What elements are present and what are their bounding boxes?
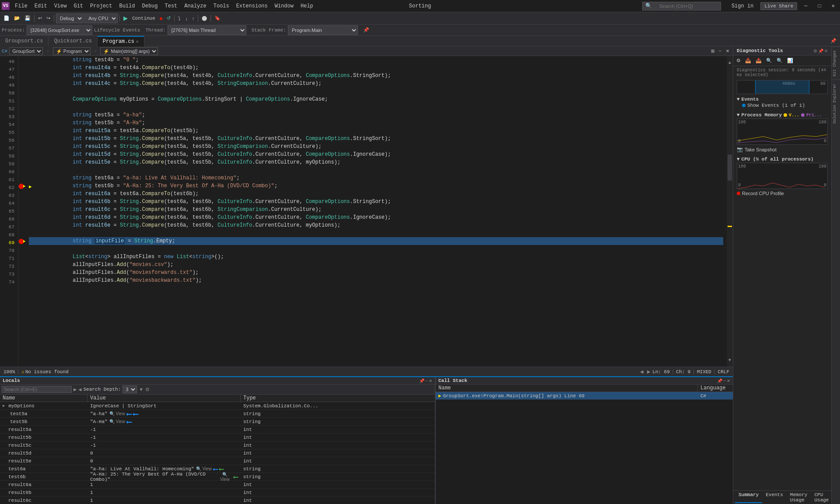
scroll-up[interactable]: ▲: [727, 56, 733, 69]
show-events-label[interactable]: Show Events (1 of 1): [747, 103, 805, 108]
bp-line-62[interactable]: ⬤ ▶: [18, 182, 25, 190]
step-over[interactable]: ⤵: [176, 15, 182, 22]
tab-program[interactable]: Program.cs ✕: [98, 36, 144, 46]
menu-git[interactable]: Git: [70, 2, 87, 10]
vtab-solution-explorer[interactable]: Solution Explorer: [832, 80, 840, 127]
locals-row-result6c[interactable]: result6c 1 int: [0, 497, 435, 504]
debug-mode-dropdown[interactable]: Debug: [56, 14, 84, 23]
thread-dropdown[interactable]: [27676] Main Thread: [168, 25, 246, 35]
toolbar-undo[interactable]: ↩: [36, 14, 44, 22]
memory-title[interactable]: ▼ Process Memory V... Pri...: [737, 112, 828, 118]
menu-analyze[interactable]: Analyze: [181, 2, 210, 10]
method-selector[interactable]: ⚡ Program: [53, 47, 91, 55]
locals-options-button[interactable]: ⚙: [145, 387, 150, 392]
dtab-summary[interactable]: Summary: [735, 492, 762, 503]
continue-label[interactable]: Continue: [130, 15, 157, 22]
dtab-memory[interactable]: Memory Usage: [787, 492, 811, 503]
bp-line-69[interactable]: ⬤ ▶: [18, 237, 25, 245]
timeline-selection[interactable]: [755, 80, 809, 94]
tab-groupsort[interactable]: Groupsort.cs: [0, 36, 49, 46]
process-dropdown[interactable]: [32648] GroupSort.exe: [27, 25, 92, 35]
toolbar-save[interactable]: 💾: [23, 14, 32, 22]
toolbar-redo[interactable]: ↪: [45, 14, 52, 22]
view-test6b[interactable]: 🔍 View: [217, 472, 232, 482]
menu-debug[interactable]: Debug: [138, 2, 161, 10]
toolbar-open[interactable]: 📂: [12, 14, 22, 22]
locals-row-result5a[interactable]: result5a -1 int: [0, 426, 435, 434]
cpu-title[interactable]: ▼ CPU (% of all processors): [737, 157, 828, 162]
minimize-button[interactable]: ─: [801, 3, 811, 9]
stackframe-dropdown[interactable]: Program.Main: [288, 25, 358, 35]
cs-close-button[interactable]: ✕: [727, 378, 730, 383]
restart-button[interactable]: ↺: [165, 14, 172, 22]
view-test5b[interactable]: 🔍 View: [109, 419, 125, 424]
collapse-button[interactable]: −: [717, 48, 723, 54]
stop-button[interactable]: ■: [158, 15, 164, 22]
locals-search-prev[interactable]: ◀: [78, 386, 81, 393]
menu-tools[interactable]: Tools: [210, 2, 233, 10]
menu-view[interactable]: View: [51, 2, 70, 10]
menu-build[interactable]: Build: [116, 2, 138, 10]
maximize-button[interactable]: □: [815, 3, 825, 9]
diag-chart-btn[interactable]: 📊: [786, 57, 794, 64]
tab-pin-button[interactable]: 📌: [829, 37, 838, 45]
step-into[interactable]: ↓: [183, 15, 189, 22]
view-test5a[interactable]: 🔍 View: [109, 411, 125, 416]
locals-row-result5b[interactable]: result5b -1 int: [0, 434, 435, 441]
diag-settings-btn[interactable]: ⚙: [735, 57, 742, 64]
locals-row-test6b[interactable]: test6b "A-Ha: 25: The Very Best Of A-Ha …: [0, 473, 435, 481]
toolbar-new[interactable]: 📄: [2, 14, 11, 22]
continue-button[interactable]: ▶: [122, 14, 130, 22]
locals-close-button[interactable]: ✕: [429, 378, 432, 383]
view-test6a[interactable]: 🔍 View: [196, 466, 212, 471]
close-window-button[interactable]: ✕: [828, 3, 838, 9]
diag-zoom-out-btn[interactable]: 🔍: [775, 57, 784, 64]
split-editor-button[interactable]: ⊞: [709, 48, 716, 54]
code-content[interactable]: string test4b = "0 "; int result4a = tes…: [25, 56, 727, 367]
record-cpu-button[interactable]: Record CPU Profile: [742, 191, 784, 196]
step-out[interactable]: ↑: [190, 15, 196, 22]
locals-search-go[interactable]: ▶: [74, 386, 77, 393]
menu-edit[interactable]: Edit: [31, 2, 51, 10]
scroll-down[interactable]: ▼: [727, 354, 733, 367]
cpu-dropdown[interactable]: Any CPU: [84, 14, 118, 23]
locals-minimize-button[interactable]: −: [425, 378, 428, 383]
events-title[interactable]: ▼ Events: [737, 97, 828, 102]
diag-timeline[interactable]: 400ms 80: [737, 80, 828, 94]
diag-close-button[interactable]: ✕: [824, 49, 828, 53]
tab-quicksort[interactable]: Quicksort.cs: [49, 36, 97, 46]
global-search-input[interactable]: [657, 3, 718, 10]
cs-minimize-button[interactable]: −: [723, 378, 726, 383]
take-snapshot-button[interactable]: Take Snapshot: [745, 147, 777, 152]
close-panel-button[interactable]: ✕: [724, 48, 731, 54]
tab-program-close[interactable]: ✕: [136, 39, 139, 44]
menu-help[interactable]: Help: [297, 2, 317, 10]
cs-row-main[interactable]: ▶ GroupSort.exe!Program.Main(string[] ar…: [436, 392, 733, 400]
dtab-cpu[interactable]: CPU Usage: [811, 492, 831, 503]
member-selector[interactable]: ⚡ Main(string[] args): [100, 47, 158, 55]
scroll-thumb[interactable]: [728, 154, 732, 181]
vtab-git-changes[interactable]: Git Changes: [832, 46, 840, 80]
editor-scrollbar[interactable]: ▲ ▼: [727, 56, 733, 367]
locals-row-result6b[interactable]: result6b 1 int: [0, 489, 435, 497]
expand-pane-btn[interactable]: ▶: [645, 369, 652, 374]
dtab-events[interactable]: Events: [762, 492, 787, 503]
live-share-button[interactable]: Live Share: [760, 2, 797, 10]
diag-zoom-in-btn[interactable]: 🔍: [765, 57, 774, 64]
breakpoint-button[interactable]: ⬤: [200, 14, 209, 22]
diag-pin-button[interactable]: 📌: [818, 49, 823, 53]
locals-pin-button[interactable]: 📌: [419, 378, 424, 383]
pin-button[interactable]: 📌: [361, 26, 371, 34]
menu-extensions[interactable]: Extensions: [233, 2, 271, 10]
locals-search-input[interactable]: [2, 386, 72, 393]
locals-depth-select[interactable]: 3: [122, 385, 137, 393]
locals-row-result5c[interactable]: result5c -1 int: [0, 441, 435, 449]
menu-file[interactable]: File: [11, 2, 31, 10]
menu-test[interactable]: Test: [161, 2, 181, 10]
diag-import-btn[interactable]: 📥: [744, 57, 752, 64]
cs-pin-button[interactable]: 📌: [717, 378, 722, 383]
bookmark-button[interactable]: 🔖: [213, 14, 222, 22]
class-selector[interactable]: GroupSort: [9, 47, 43, 55]
menu-window[interactable]: Window: [271, 2, 297, 10]
scroll-track[interactable]: [727, 69, 733, 354]
